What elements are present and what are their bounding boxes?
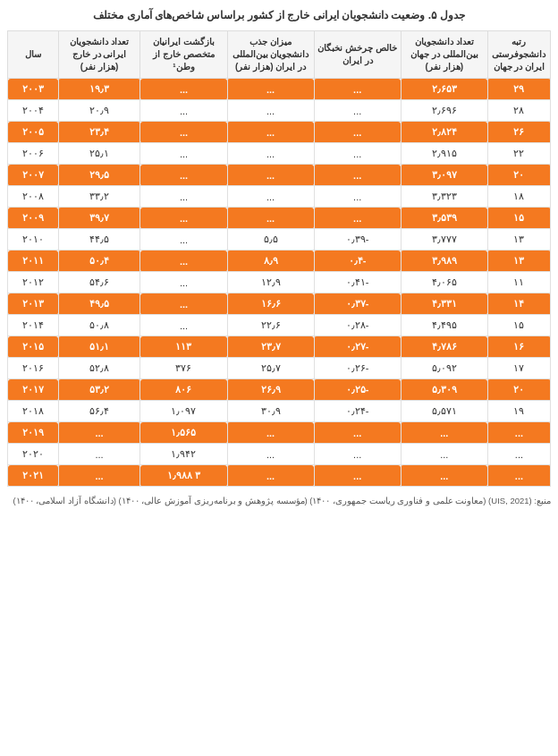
cell-drain: ... (314, 100, 401, 122)
cell-year: ۲۰۱۶ (8, 358, 59, 379)
cell-year: ۲۰۱۴ (8, 315, 59, 336)
cell-return: ۳۷۶ (140, 358, 227, 379)
cell-rank: ۲۰ (487, 379, 550, 401)
cell-intl: ۳٫۳۲۳ (401, 186, 487, 208)
table-row: ............۱٫۹۴۲...۲۰۲۰ (8, 444, 551, 465)
cell-year: ۲۰۱۱ (8, 251, 59, 272)
cell-abroad: ... (58, 444, 140, 465)
table-row: ۲۶۲٫۸۲۴.........۲۳٫۴۲۰۰۵ (8, 122, 551, 143)
cell-return: ... (140, 122, 227, 143)
cell-attract: ۵٫۵ (227, 229, 314, 251)
cell-drain: -۰٫۴۱ (314, 272, 401, 293)
table-row: ۱۶۴٫۷۸۶-۰٫۲۷۲۳٫۷۱۱۳۵۱٫۱۲۰۱۵ (8, 336, 551, 358)
cell-rank: ۱۴ (487, 293, 550, 315)
cell-rank: ۲۶ (487, 122, 550, 143)
table-row: ............۳ ۱٫۹۸۸...۲۰۲۱ (8, 465, 551, 487)
cell-attract: ۲۳٫۷ (227, 336, 314, 358)
col-header-attract: میزان جذب دانشجویان بین‌المللی در ایران … (227, 31, 314, 79)
table-row: ۲۹۲٫۶۵۳.........۱۹٫۳۲۰۰۳ (8, 79, 551, 100)
cell-abroad: ۵۰٫۴ (58, 251, 140, 272)
cell-rank: ۲۸ (487, 100, 550, 122)
cell-drain: -۰٫۲۵ (314, 379, 401, 401)
cell-year: ۲۰۱۰ (8, 229, 59, 251)
cell-year: ۲۰۱۳ (8, 293, 59, 315)
cell-drain: ... (314, 186, 401, 208)
cell-attract: ۱۲٫۹ (227, 272, 314, 293)
cell-rank: ۱۷ (487, 358, 550, 379)
cell-rank: ۲۰ (487, 165, 550, 186)
cell-rank: ۱۳ (487, 251, 550, 272)
cell-rank: ۱۶ (487, 336, 550, 358)
cell-abroad: ۳۹٫۷ (58, 208, 140, 229)
cell-attract: ۲۶٫۹ (227, 379, 314, 401)
cell-attract: ... (227, 165, 314, 186)
cell-year: ۲۰۰۴ (8, 100, 59, 122)
cell-intl: ۴٫۳۳۱ (401, 293, 487, 315)
main-container: جدول ۵. وضعیت دانشجویان ایرانی خارج از ک… (0, 0, 558, 516)
cell-abroad: ۲۰٫۹ (58, 100, 140, 122)
cell-abroad: ... (58, 465, 140, 487)
cell-return: ... (140, 186, 227, 208)
cell-return: ... (140, 165, 227, 186)
cell-return: ... (140, 315, 227, 336)
cell-intl: ... (401, 465, 487, 487)
cell-abroad: ۱۹٫۳ (58, 79, 140, 100)
cell-abroad: ۵۰٫۸ (58, 315, 140, 336)
table-row: ۱۸۳٫۳۲۳.........۳۳٫۲۲۰۰۸ (8, 186, 551, 208)
cell-intl: ۵٫۳۰۹ (401, 379, 487, 401)
cell-drain: -۰٫۴ (314, 251, 401, 272)
cell-drain: -۰٫۳۹ (314, 229, 401, 251)
cell-rank: ۱۳ (487, 229, 550, 251)
cell-intl: ۵٫۰۹۲ (401, 358, 487, 379)
cell-year: ۲۰۰۷ (8, 165, 59, 186)
cell-return: ... (140, 100, 227, 122)
table-row: ۲۲۲٫۹۱۵.........۲۵٫۱۲۰۰۶ (8, 143, 551, 165)
table-row: ۱۴۴٫۳۳۱-۰٫۳۷۱۶٫۶...۴۹٫۵۲۰۱۳ (8, 293, 551, 315)
cell-intl: ۲٫۹۱۵ (401, 143, 487, 165)
table-row: ............۱٫۵۶۵...۲۰۱۹ (8, 422, 551, 444)
cell-intl: ۳٫۷۷۷ (401, 229, 487, 251)
cell-intl: ۴٫۰۶۵ (401, 272, 487, 293)
cell-rank: ۱۱ (487, 272, 550, 293)
table-row: ۱۵۴٫۴۹۵-۰٫۲۸۲۲٫۶...۵۰٫۸۲۰۱۴ (8, 315, 551, 336)
cell-drain: ... (314, 444, 401, 465)
cell-rank: ۲۹ (487, 79, 550, 100)
cell-drain: -۰٫۳۷ (314, 293, 401, 315)
col-header-abroad: تعداد دانشجویان ایرانی در خارج (هزار نفر… (58, 31, 140, 79)
table-row: ۲۰۳٫۰۹۷.........۲۹٫۵۲۰۰۷ (8, 165, 551, 186)
cell-intl: ۳٫۵۳۹ (401, 208, 487, 229)
col-header-drain: خالص چرخش نخبگان در ایران (314, 31, 401, 79)
cell-year: ۲۰۱۸ (8, 401, 59, 422)
cell-year: ۲۰۰۹ (8, 208, 59, 229)
cell-return: ... (140, 79, 227, 100)
cell-drain: ... (314, 143, 401, 165)
cell-year: ۲۰۰۸ (8, 186, 59, 208)
cell-year: ۲۰۰۳ (8, 79, 59, 100)
cell-abroad: ۲۵٫۱ (58, 143, 140, 165)
cell-abroad: ۵۶٫۴ (58, 401, 140, 422)
cell-drain: ... (314, 208, 401, 229)
cell-drain: -۰٫۲۶ (314, 358, 401, 379)
footer-note: منبع: (UIS, 2021) (معاونت علمی و فناوری … (7, 494, 551, 507)
cell-abroad: ۲۹٫۵ (58, 165, 140, 186)
cell-return: ۱٫۵۶۵ (140, 422, 227, 444)
cell-attract: ... (227, 143, 314, 165)
cell-year: ۲۰۲۱ (8, 465, 59, 487)
col-header-intl: تعداد دانشجویان بین‌المللی در جهان (هزار… (401, 31, 487, 79)
cell-rank: ... (487, 422, 550, 444)
cell-intl: ۴٫۴۹۵ (401, 315, 487, 336)
cell-drain: ... (314, 165, 401, 186)
cell-intl: ۲٫۶۹۶ (401, 100, 487, 122)
cell-rank: ... (487, 465, 550, 487)
cell-year: ۲۰۰۵ (8, 122, 59, 143)
cell-abroad: ۵۴٫۶ (58, 272, 140, 293)
cell-return: ... (140, 251, 227, 272)
cell-year: ۲۰۰۶ (8, 143, 59, 165)
cell-year: ۲۰۱۷ (8, 379, 59, 401)
cell-abroad: ۲۳٫۴ (58, 122, 140, 143)
cell-drain: -۰٫۲۴ (314, 401, 401, 422)
cell-abroad: ۵۳٫۲ (58, 379, 140, 401)
table-body: ۲۹۲٫۶۵۳.........۱۹٫۳۲۰۰۳۲۸۲٫۶۹۶.........… (8, 79, 551, 487)
cell-drain: ... (314, 422, 401, 444)
cell-return: ... (140, 229, 227, 251)
